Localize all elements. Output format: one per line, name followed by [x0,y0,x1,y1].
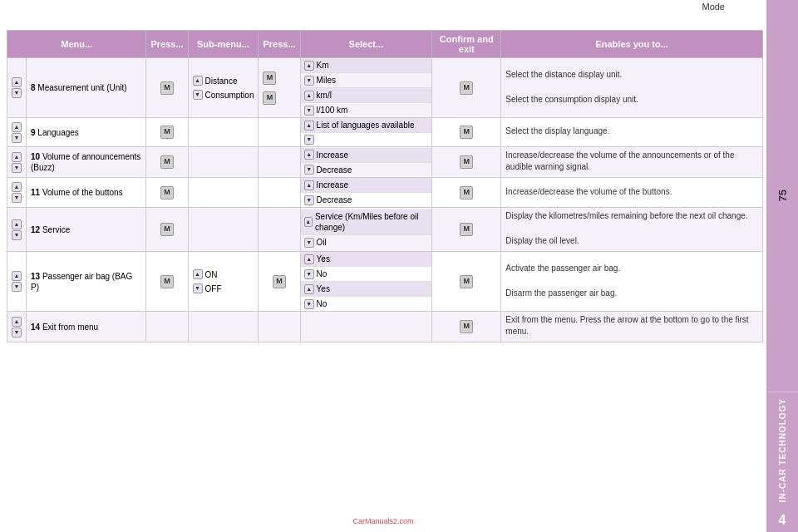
arrow-up-button[interactable]: ▲ [12,122,22,132]
press-m-button[interactable]: M [460,126,473,139]
arrow-up-button[interactable]: ▲ [12,317,22,327]
col-press2: Press... [259,31,300,58]
menu-text-cell: 14 Exit from menu [27,312,146,342]
select-arrow-button[interactable]: ▲ [304,61,314,71]
select-arrow-button[interactable]: ▼ [304,76,314,86]
submenu-arrow-button[interactable]: ▼ [193,90,203,100]
menu-label: Service [42,225,70,234]
col-menu: Menu... [7,31,146,58]
select-item: ▲Increase [301,178,432,193]
submenu-cell [188,312,259,342]
press-m-button[interactable]: M [460,81,473,95]
press-m-button[interactable]: M [160,275,174,288]
page-number: 75 [776,190,789,201]
col-select: Select... [300,31,432,58]
select-arrow-button[interactable]: ▼ [304,165,314,175]
arrow-down-button[interactable]: ▼ [12,230,22,240]
submenu-arrow-button[interactable]: ▼ [193,283,203,293]
select-arrow-button[interactable]: ▼ [304,135,314,145]
press2-cell [259,208,300,252]
enables-text: Increase/decrease the volume of the anno… [505,150,758,173]
select-arrow-button[interactable]: ▼ [304,269,314,279]
confirm-cell: M [432,208,501,252]
arrow-up-button[interactable]: ▲ [12,77,22,87]
menu-label: Measurement unit (Unit) [37,83,126,92]
select-item: ▼Miles [301,73,432,88]
press-m-button[interactable]: M [273,275,286,288]
select-label: l/100 km [317,105,348,116]
press-m-button[interactable]: M [160,186,174,200]
press-m-button[interactable]: M [263,91,276,105]
press1-cell [146,312,188,342]
arrow-down-button[interactable]: ▼ [12,328,22,337]
table-row: ▲▼9 LanguagesM▲List of languages availab… [7,118,763,147]
menu-text-cell: 11 Volume of the buttons [27,178,146,208]
select-arrow-button[interactable]: ▼ [304,238,314,248]
chapter-num: 4 [766,509,798,532]
arrow-up-button[interactable]: ▲ [12,271,22,281]
select-arrow-button[interactable]: ▲ [304,217,313,227]
main-content: Mode Menu... Press... Sub-menu... Press.… [0,0,766,532]
arrow-up-button[interactable]: ▲ [12,182,22,192]
select-arrow-button[interactable]: ▼ [304,106,314,116]
press-m-button[interactable]: M [460,155,473,169]
press-m-button[interactable]: M [460,275,473,288]
press-m-button[interactable]: M [460,186,473,200]
select-arrow-button[interactable]: ▲ [304,254,314,264]
confirm-cell: M [432,118,501,147]
menu-number: 10 [31,152,42,161]
submenu-arrow-button[interactable]: ▲ [193,269,203,279]
select-arrow-button[interactable]: ▼ [304,299,314,309]
select-item: ▼ [301,133,432,146]
menu-text-cell: 9 Languages [27,118,146,147]
select-cell: ▲Service (Km/Miles before oil change)▼Oi… [300,208,432,252]
menu-number: 13 [31,272,42,281]
arrow-up-button[interactable]: ▲ [12,152,22,162]
select-label: No [317,268,328,279]
confirm-cell: M [432,58,501,118]
select-arrow-button[interactable]: ▲ [304,284,314,294]
table-row: ▲▼12 ServiceM▲Service (Km/Miles before o… [7,208,763,252]
press-m-button[interactable]: M [460,223,473,236]
press2-cell: M [259,252,300,312]
select-arrow-button[interactable]: ▲ [304,121,314,131]
arrow-down-button[interactable]: ▼ [12,133,22,143]
submenu-cell [188,178,259,208]
arrow-down-button[interactable]: ▼ [12,163,22,173]
menu-nav-cell: ▲▼ [7,178,27,208]
main-table: Menu... Press... Sub-menu... Press... Se… [7,30,763,342]
press-m-button[interactable]: M [160,155,174,169]
select-label: Decrease [317,165,352,175]
right-sidebar: 75 IN-CAR TECHNOLOGY 4 [766,0,798,532]
select-arrow-button[interactable]: ▲ [304,91,314,101]
submenu-label: ON [205,269,218,280]
select-arrow-button[interactable]: ▼ [304,195,314,205]
select-label: Yes [317,283,330,294]
press-m-button[interactable]: M [263,71,276,85]
arrow-down-button[interactable]: ▼ [12,88,22,98]
select-cell: ▲Increase▼Decrease [300,178,432,208]
enables-text: Increase/decrease the volume of the butt… [505,186,758,198]
press1-cell: M [146,147,188,178]
arrow-up-button[interactable]: ▲ [12,219,22,229]
menu-number: 14 [31,323,42,332]
arrow-down-button[interactable]: ▼ [12,282,22,292]
press2-cell [259,147,300,178]
enables-cell: Exit from the menu. Press the arrow at t… [501,312,763,342]
press-m-button[interactable]: M [160,81,174,95]
press-m-button[interactable]: M [160,223,174,236]
select-item: ▲Yes [301,252,432,267]
select-arrow-button[interactable]: ▲ [304,150,314,160]
submenu-cell [188,118,259,147]
press-m-button[interactable]: M [160,126,174,139]
arrow-down-button[interactable]: ▼ [12,193,22,203]
press1-cell: M [146,58,188,118]
press-m-button[interactable]: M [460,320,473,333]
menu-nav-cell: ▲▼ [7,312,27,342]
select-cell [300,312,432,342]
select-arrow-button[interactable]: ▲ [304,180,314,190]
submenu-arrow-button[interactable]: ▲ [193,76,203,86]
select-item: ▲Service (Km/Miles before oil change) [301,209,432,235]
select-label: Miles [317,75,336,86]
menu-text-cell: 13 Passenger air bag (BAG P) [27,252,146,312]
